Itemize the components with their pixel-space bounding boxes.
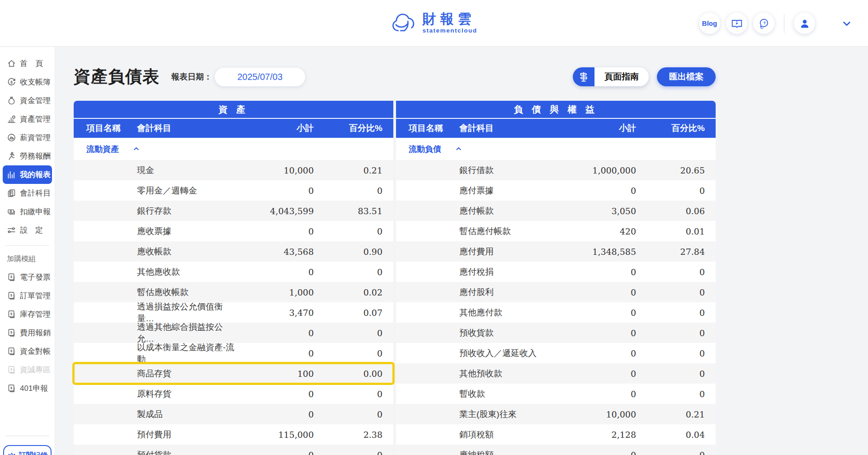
svg-text:$: $ <box>10 80 13 84</box>
account-menu-chevron-icon[interactable] <box>841 18 853 29</box>
subtotal-cell: 0 <box>562 328 648 338</box>
svg-text:$: $ <box>10 330 13 334</box>
table-row: 應付稅捐00 <box>396 262 716 282</box>
sidebar-item-label: 我的報表 <box>20 169 51 180</box>
einvoice-icon: $ <box>7 272 16 282</box>
account-cell: 預收收入／遞延收入 <box>459 347 562 359</box>
svg-text:$: $ <box>10 367 13 371</box>
percent-cell: 0 <box>648 389 716 399</box>
sidebar-bottom-divider <box>5 436 49 436</box>
sidebar-item-label: 訂單管理 <box>20 291 51 301</box>
sidebar-item-inventory[interactable]: $ 庫存管理 <box>0 305 55 324</box>
sidebar-item-orders[interactable]: $ 訂單管理 <box>0 286 55 305</box>
svg-text:?: ? <box>763 20 766 25</box>
liabilities-column-header: 項目名稱 會計科目 小計 百分比% <box>396 118 716 138</box>
sidebar-item-income-ledger[interactable]: $ 收支帳簿 <box>0 73 55 91</box>
sidebar-item-reconciliation[interactable]: $ 資金對帳 <box>0 342 55 361</box>
user-avatar-button[interactable] <box>794 13 815 34</box>
video-tutorial-button[interactable] <box>726 13 747 34</box>
percent-cell: 0 <box>648 328 716 338</box>
sidebar-item-label: 收支帳簿 <box>20 77 51 87</box>
subscription-history-button[interactable]: 訂閱紀錄 <box>3 445 52 455</box>
percent-cell: 0 <box>326 267 393 277</box>
report-date-picker[interactable]: 2025/07/03 <box>215 68 305 86</box>
percent-cell: 0 <box>326 348 393 358</box>
percent-cell: 0.90 <box>326 247 393 257</box>
table-row: 業主(股東)往來10,0000.21 <box>396 404 716 424</box>
percent-cell: 2.38 <box>326 430 393 440</box>
subtotal-cell: 0 <box>240 186 326 196</box>
sidebar-item-label: 費用報銷 <box>20 328 51 338</box>
subtotal-cell: 10,000 <box>240 165 326 175</box>
chevron-up-icon[interactable] <box>455 145 462 153</box>
account-cell: 現金 <box>137 164 240 176</box>
sidebar-item-einvoice[interactable]: $ 電子發票 <box>0 268 55 286</box>
table-row: 透過其他綜合損益按公允…00 <box>74 323 393 343</box>
account-cell: 應付票據 <box>459 185 562 197</box>
account-cell: 其他預收款 <box>459 368 562 380</box>
sidebar-item-my-reports[interactable]: 我的報表 <box>3 165 52 184</box>
header-actions: Blog ? <box>699 0 853 47</box>
account-cell: 原料存貨 <box>137 388 240 400</box>
subtotal-cell: 0 <box>240 348 326 358</box>
table-row: 銀行存款4,043,59983.51 <box>74 201 393 221</box>
subtotal-cell: 1,000,000 <box>562 165 648 175</box>
percent-cell: 0.06 <box>648 206 716 216</box>
blog-button[interactable]: Blog <box>699 13 720 34</box>
percent-cell: 0 <box>648 287 716 297</box>
sidebar-item-label: 勞務報酬 <box>20 151 51 161</box>
sidebar-item-home[interactable]: 首 頁 <box>0 54 55 73</box>
svg-text:$: $ <box>10 293 13 297</box>
export-file-button[interactable]: 匯出檔案 <box>657 67 716 86</box>
page-guide-button[interactable]: 頁面指南 <box>573 67 649 86</box>
sidebar-item-funds[interactable]: 資金管理 <box>0 91 55 110</box>
chevron-up-icon[interactable] <box>132 145 140 153</box>
subtotal-cell: 4,043,599 <box>240 206 326 216</box>
sidebar-item-accounts[interactable]: 會計科目 <box>0 184 55 202</box>
asset-chart-icon <box>7 114 16 124</box>
account-cell: 應收帳款 <box>137 246 240 258</box>
subtotal-cell: 0 <box>562 348 648 358</box>
sidebar-divider <box>5 245 49 246</box>
help-button[interactable]: ? <box>753 13 774 34</box>
table-row: 其他應付款00 <box>396 302 716 323</box>
table-row: 銀行借款1,000,00020.65 <box>396 160 716 180</box>
sidebar-item-labor[interactable]: 勞務報酬 <box>0 147 55 165</box>
order-management-icon: $ <box>7 291 16 300</box>
sidebar-item-expense[interactable]: $ 費用報銷 <box>0 324 55 342</box>
assets-group-current[interactable]: 流動資產 <box>74 138 393 160</box>
percent-cell: 0.21 <box>326 165 393 175</box>
sidebar-item-assets[interactable]: 資產管理 <box>0 110 55 128</box>
percent-cell: 83.51 <box>326 206 393 216</box>
subtotal-cell: 0 <box>562 267 648 277</box>
svg-text:$: $ <box>10 386 13 390</box>
table-row: 應付帳款3,0500.06 <box>396 201 716 221</box>
sidebar-item-payroll[interactable]: 薪資管理 <box>0 128 55 147</box>
subtotal-cell: 0 <box>240 226 326 236</box>
help-icon: ? <box>758 18 770 29</box>
col-percent: 百分比% <box>648 122 716 134</box>
subtotal-cell: 3,050 <box>562 206 648 216</box>
avatar-icon <box>799 18 811 29</box>
sidebar-item-label: 設 定 <box>20 225 43 235</box>
assets-column-header: 項目名稱 會計科目 小計 百分比% <box>74 118 393 138</box>
liabilities-table-body: 銀行借款1,000,00020.65應付票據00應付帳款3,0500.06暫估應… <box>396 160 716 455</box>
brand-name: 財報雲 <box>423 12 477 26</box>
col-item-name: 項目名稱 <box>74 122 137 134</box>
liabilities-group-current[interactable]: 流動負債 <box>396 138 716 160</box>
sidebar-item-label: 會計科目 <box>20 188 51 198</box>
table-row: 應付票據00 <box>396 180 716 201</box>
table-row: 零用金／週轉金00 <box>74 180 393 201</box>
account-cell: 暫估應付帳款 <box>459 225 562 237</box>
table-row: 其他預收款00 <box>396 363 716 384</box>
table-row: 預付貨款00 <box>74 445 393 455</box>
brand-subtitle: statementcloud <box>423 28 477 34</box>
sidebar-item-withholding[interactable]: 扣繳申報 <box>0 202 55 221</box>
table-row: 暫估應收帳款1,0000.02 <box>74 282 393 302</box>
subtotal-cell: 0 <box>240 450 326 455</box>
sidebar-item-401-filing[interactable]: $ 401申報 <box>0 379 55 398</box>
liabilities-table: 負 債 與 權 益 項目名稱 會計科目 小計 百分比% 流動負債 銀行借款1,0… <box>396 101 716 455</box>
sidebar-item-label: 首 頁 <box>20 58 43 69</box>
col-account: 會計科目 <box>459 122 562 134</box>
sidebar-item-settings[interactable]: 設 定 <box>0 221 55 239</box>
